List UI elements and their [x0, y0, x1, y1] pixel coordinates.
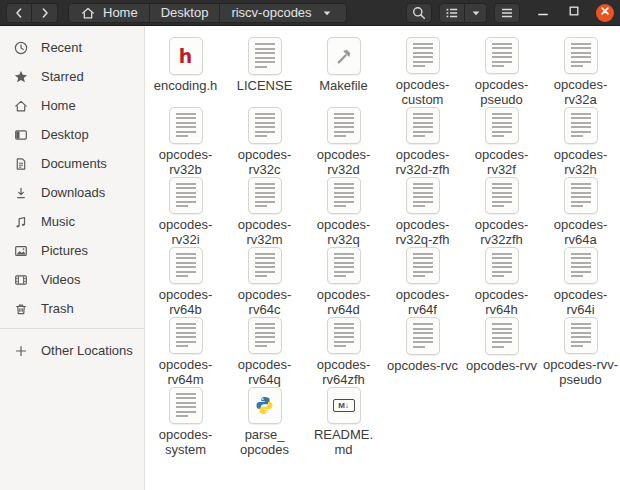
- maximize-button[interactable]: [565, 4, 583, 22]
- file-item[interactable]: h encoding.​h: [146, 37, 225, 107]
- sidebar-item-label: Music: [41, 214, 75, 229]
- file-item[interactable]: opcodes-rv64i: [541, 247, 620, 317]
- sidebar-item-documents[interactable]: Documents: [0, 149, 144, 178]
- sidebar-item-desktop[interactable]: Desktop: [0, 120, 144, 149]
- sidebar-item-trash[interactable]: Trash: [0, 294, 144, 323]
- breadcrumb-home[interactable]: Home: [68, 3, 150, 23]
- titlebar: Home Desktop riscv-opcodes: [0, 0, 620, 26]
- text-file-page-icon: [248, 37, 282, 75]
- menu-button[interactable]: [494, 3, 520, 23]
- text-file-icon: [328, 182, 360, 210]
- python-file-page-icon: [248, 387, 282, 424]
- hamburger-icon: [499, 5, 515, 21]
- file-item[interactable]: opcodes-rv32c: [225, 107, 304, 177]
- file-name: opcodes-rv32m: [226, 217, 303, 247]
- file-grid: h encoding.​h LICENSE Makefile opcodes-c…: [145, 26, 620, 457]
- file-item[interactable]: opcodes-rv64h: [462, 247, 541, 317]
- content-pane: h encoding.​h LICENSE Makefile opcodes-c…: [145, 26, 620, 490]
- sidebar-item-label: Home: [41, 98, 76, 113]
- search-icon: [411, 5, 427, 21]
- view-options-button[interactable]: [465, 3, 487, 23]
- file-item[interactable]: opcodes-rv32h: [541, 107, 620, 177]
- file-item[interactable]: opcodes-rv64q: [225, 317, 304, 387]
- sidebar-item-label: Videos: [41, 272, 81, 287]
- file-item[interactable]: opcodes-rv32a: [541, 37, 620, 107]
- file-item[interactable]: opcodes-rv32b: [146, 107, 225, 177]
- forward-button[interactable]: [32, 3, 58, 23]
- file-item[interactable]: M↓ README.​md: [304, 387, 383, 457]
- sidebar-item-pictures[interactable]: Pictures: [0, 236, 144, 265]
- file-item[interactable]: opcodes-rv32q-zfh: [383, 177, 462, 247]
- text-file-page-icon: [248, 177, 282, 214]
- minimize-button[interactable]: [534, 4, 552, 22]
- text-file-page-icon: [169, 387, 203, 424]
- text-file-icon: [407, 42, 439, 70]
- music-note-icon: [13, 214, 29, 230]
- file-item[interactable]: opcodes-rv64d: [304, 247, 383, 317]
- file-item[interactable]: opcodes-rv64f: [383, 247, 462, 317]
- sidebar-item-music[interactable]: Music: [0, 207, 144, 236]
- file-item[interactable]: opcodes-rv64a: [541, 177, 620, 247]
- sidebar-item-label: Recent: [41, 40, 82, 55]
- chevron-right-icon: [37, 5, 53, 21]
- breadcrumb-desktop[interactable]: Desktop: [150, 3, 221, 23]
- file-item[interactable]: opcodes-rv32i: [146, 177, 225, 247]
- file-name: opcodes-rv64i: [542, 287, 619, 317]
- text-file-page-icon: [248, 107, 282, 144]
- file-item[interactable]: opcodes-custom: [383, 37, 462, 107]
- list-view-button[interactable]: [439, 3, 465, 23]
- file-item[interactable]: LICENSE: [225, 37, 304, 107]
- file-name: opcodes-rv64a: [542, 217, 619, 247]
- file-item[interactable]: opcodes-rv32zfh: [462, 177, 541, 247]
- file-item[interactable]: opcodes-rv32m: [225, 177, 304, 247]
- file-name: opcodes-rv32d: [305, 147, 382, 177]
- star-icon: [13, 69, 29, 85]
- file-item[interactable]: opcodes-system: [146, 387, 225, 457]
- breadcrumb-label: Desktop: [161, 5, 209, 20]
- file-name: opcodes-pseudo: [463, 77, 540, 107]
- file-item[interactable]: opcodes-rv32d: [304, 107, 383, 177]
- makefile-file-page-icon: [327, 37, 361, 75]
- text-file-page-icon: [564, 107, 598, 144]
- file-item[interactable]: opcodes-rv32q: [304, 177, 383, 247]
- breadcrumb: Home Desktop riscv-opcodes: [68, 3, 347, 23]
- file-name: opcodes-rv64zfh: [305, 357, 382, 387]
- sidebar-item-home[interactable]: Home: [0, 91, 144, 120]
- file-item[interactable]: opcodes-rv64m: [146, 317, 225, 387]
- c-header-file-page-icon: h: [169, 37, 203, 75]
- breadcrumb-label: riscv-opcodes: [231, 5, 311, 20]
- back-button[interactable]: [6, 3, 32, 23]
- home-icon: [80, 5, 96, 21]
- sidebar-item-starred[interactable]: Starred: [0, 62, 144, 91]
- markdown-icon: M↓: [333, 399, 355, 412]
- file-item[interactable]: opcodes-rv64b: [146, 247, 225, 317]
- file-name: opcodes-rv64m: [147, 357, 224, 387]
- close-button[interactable]: [596, 4, 614, 22]
- sidebar-item-downloads[interactable]: Downloads: [0, 178, 144, 207]
- clock-icon: [13, 40, 29, 56]
- file-item[interactable]: opcodes-rv32f: [462, 107, 541, 177]
- file-name: opcodes-rv32d-zfh: [384, 147, 461, 177]
- file-item[interactable]: opcodes-rvv: [462, 317, 541, 387]
- sidebar-item-recent[interactable]: Recent: [0, 33, 144, 62]
- file-item[interactable]: opcodes-rv32d-zfh: [383, 107, 462, 177]
- file-item[interactable]: Makefile: [304, 37, 383, 107]
- text-file-icon: [249, 182, 281, 210]
- chevron-left-icon: [11, 5, 27, 21]
- view-switcher: [439, 3, 487, 23]
- sidebar-item-videos[interactable]: Videos: [0, 265, 144, 294]
- file-item[interactable]: opcodes-rvc: [383, 317, 462, 387]
- breadcrumb-riscv-opcodes[interactable]: riscv-opcodes: [220, 3, 346, 23]
- sidebar-item-other-locations[interactable]: Other Locations: [0, 336, 144, 365]
- text-file-icon: [170, 252, 202, 280]
- search-button[interactable]: [406, 3, 432, 23]
- text-file-page-icon: [406, 37, 440, 74]
- file-name: parse_​opcodes: [226, 427, 303, 457]
- file-item[interactable]: opcodes-rv64c: [225, 247, 304, 317]
- text-file-icon: [249, 42, 281, 70]
- file-name: opcodes-rv64c: [226, 287, 303, 317]
- file-item[interactable]: opcodes-rvv-pseudo: [541, 317, 620, 387]
- file-item[interactable]: opcodes-pseudo: [462, 37, 541, 107]
- file-item[interactable]: opcodes-rv64zfh: [304, 317, 383, 387]
- file-item[interactable]: parse_​opcodes: [225, 387, 304, 457]
